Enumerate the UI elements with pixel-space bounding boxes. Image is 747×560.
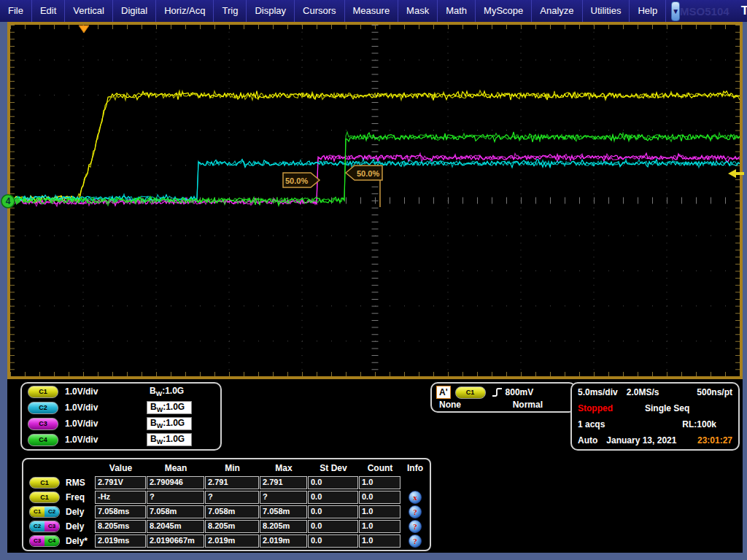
measurement-label-row2: C1Freq bbox=[25, 490, 95, 504]
time-label: 23:01:27 bbox=[697, 435, 732, 446]
channel-row-c2: C21.0V/divBW:1.0G bbox=[22, 400, 220, 416]
trigger-a-badge[interactable]: A' bbox=[436, 386, 451, 399]
menu-item-analyze[interactable]: Analyze bbox=[532, 0, 582, 22]
menu-item-help[interactable]: Help bbox=[630, 0, 666, 22]
channel-pair-pill-c1c2[interactable]: C1C2 bbox=[29, 506, 60, 518]
menu-item-utilities[interactable]: Utilities bbox=[583, 0, 630, 22]
menu-item-horizacq[interactable]: Horiz/Acq bbox=[156, 0, 214, 22]
trigger-level-arrow[interactable] bbox=[728, 169, 744, 178]
timebase-scale: 5.0ms/div bbox=[578, 387, 618, 397]
table-header-mean: Mean bbox=[147, 461, 205, 475]
channel-pill-c3: C3 bbox=[30, 536, 44, 546]
trigger-level-value[interactable]: 800mV bbox=[506, 387, 534, 397]
channel-scale-c2[interactable]: 1.0V/div bbox=[65, 402, 145, 413]
menu-item-math[interactable]: Math bbox=[438, 0, 476, 22]
measurement-name: RMS bbox=[66, 478, 85, 488]
table-header-value: Value bbox=[95, 461, 147, 475]
info-cell-row3: ? bbox=[401, 505, 429, 518]
measurement-cell-row4-mean: 8.2045m bbox=[147, 520, 204, 533]
waveform-display-area[interactable]: 450.0%50.0% bbox=[7, 22, 743, 379]
menu-item-file[interactable]: File bbox=[0, 0, 32, 22]
channel-pill-c1[interactable]: C1 bbox=[28, 386, 58, 398]
channel-pair-pill-c3c4[interactable]: C3C4 bbox=[29, 535, 60, 547]
measurement-label-row1: C1RMS bbox=[25, 475, 95, 489]
menu-item-myscope[interactable]: MyScope bbox=[476, 0, 532, 22]
window-frame-right bbox=[743, 22, 747, 560]
table-header-min: Min bbox=[205, 461, 260, 475]
info-question-icon[interactable]: ? bbox=[409, 534, 422, 548]
menu-overflow-dropdown-button[interactable]: ▼ bbox=[671, 1, 680, 21]
channel-scale-c1[interactable]: 1.0V/div bbox=[65, 386, 145, 397]
measurement-cell-row4-max: 8.205m bbox=[260, 520, 307, 533]
measurement-cell-row1-stdev: 0.0 bbox=[308, 476, 358, 489]
rising-edge-icon bbox=[492, 386, 503, 398]
record-length: RL:100k bbox=[682, 419, 716, 429]
channel-row-c1: C11.0V/divBW:1.0G bbox=[22, 384, 220, 400]
measurement-cell-row1-value: 2.791V bbox=[95, 476, 146, 489]
channel-pill-c3[interactable]: C3 bbox=[28, 418, 58, 430]
channel-readout-box: C11.0V/divBW:1.0GC21.0V/divBW:1.0GC31.0V… bbox=[20, 382, 222, 451]
measurement-cell-row4-stdev: 0.0 bbox=[308, 520, 358, 533]
measurement-cell-row3-min: 7.058m bbox=[205, 505, 259, 518]
menu-item-measure[interactable]: Measure bbox=[345, 0, 399, 22]
trace-c1 bbox=[10, 91, 740, 203]
measurement-cell-row5-min: 2.019m bbox=[205, 534, 259, 548]
measurement-cell-row3-max: 7.058m bbox=[260, 505, 307, 518]
channel-pill-c1[interactable]: C1 bbox=[29, 477, 60, 489]
menu-item-edit[interactable]: Edit bbox=[32, 0, 65, 22]
trigger-position-marker[interactable] bbox=[79, 26, 89, 33]
window-frame-left bbox=[0, 22, 7, 560]
measurement-cell-row3-value: 7.058ms bbox=[95, 505, 146, 518]
info-cell-row4: ? bbox=[401, 519, 429, 533]
table-header-max: Max bbox=[260, 461, 308, 475]
measurement-label-row4: C2C3Dely bbox=[25, 519, 95, 533]
menu-item-digital[interactable]: Digital bbox=[113, 0, 156, 22]
measurement-name: Freq bbox=[66, 492, 85, 502]
channel-pill-c4[interactable]: C4 bbox=[28, 434, 58, 446]
info-question-icon[interactable]: ? bbox=[409, 520, 422, 533]
table-header-stdev: St Dev bbox=[308, 461, 359, 475]
bandwidth-readout-c3[interactable]: BW:1.0G bbox=[147, 417, 192, 430]
bandwidth-readout-c4[interactable]: BW:1.0G bbox=[147, 433, 192, 446]
oscilloscope-graticule[interactable]: 450.0%50.0% bbox=[10, 25, 740, 376]
measurement-cell-row1-mean: 2.790946 bbox=[147, 476, 204, 489]
channel-scale-c3[interactable]: 1.0V/div bbox=[65, 419, 145, 429]
info-error-icon[interactable]: x bbox=[409, 491, 422, 504]
measurement-cell-row5-mean: 2.0190667m bbox=[147, 534, 204, 548]
bandwidth-readout-c1[interactable]: BW:1.0G bbox=[147, 386, 190, 397]
menu-item-vertical[interactable]: Vertical bbox=[65, 0, 113, 22]
channel-pair-pill-c2c3[interactable]: C2C3 bbox=[29, 521, 60, 532]
measurement-cell-row1-count: 1.0 bbox=[359, 476, 400, 489]
channel-scale-c4[interactable]: 1.0V/div bbox=[65, 435, 145, 445]
info-question-icon[interactable]: ? bbox=[409, 505, 422, 518]
reference-level-label: 50.0% bbox=[357, 169, 379, 178]
menu-bar: FileEditVerticalDigitalHoriz/AcqTrigDisp… bbox=[0, 0, 666, 22]
measurement-cell-row2-count: 0.0 bbox=[359, 491, 400, 504]
channel-pill-c4: C4 bbox=[44, 536, 59, 546]
sample-resolution: 500ns/pt bbox=[697, 387, 732, 397]
measurement-cell-row2-stdev: 0.0 bbox=[308, 491, 358, 504]
menu-item-cursors[interactable]: Cursors bbox=[295, 0, 345, 22]
measurement-cell-row5-max: 2.019m bbox=[260, 534, 307, 548]
measurement-cell-row2-min: ? bbox=[205, 491, 259, 504]
info-cell-row5: ? bbox=[401, 534, 429, 548]
menu-item-mask[interactable]: Mask bbox=[398, 0, 438, 22]
measurement-cell-row2-mean: ? bbox=[147, 491, 204, 504]
measurement-name: Dely bbox=[66, 507, 84, 517]
measurement-name: Dely bbox=[66, 521, 84, 532]
channel-pill-c2[interactable]: C2 bbox=[28, 402, 58, 414]
table-header-info: Info bbox=[401, 461, 429, 475]
channel-pill-c2: C2 bbox=[30, 521, 44, 532]
date-label: January 13, 2021 bbox=[606, 435, 676, 446]
channel-pill-c1[interactable]: C1 bbox=[29, 491, 60, 503]
channel-row-c4: C41.0V/divBW:1.0G bbox=[22, 432, 220, 448]
trigger-source-pill[interactable]: C1 bbox=[455, 386, 486, 399]
acquisition-status: Stopped bbox=[578, 403, 613, 413]
measurement-label-row5: C3C4Dely* bbox=[25, 534, 95, 548]
trigger-readout-box: A' C1 800mV None Normal bbox=[430, 382, 576, 413]
menu-item-display[interactable]: Display bbox=[247, 0, 295, 22]
menu-item-trig[interactable]: Trig bbox=[214, 0, 247, 22]
bandwidth-readout-c2[interactable]: BW:1.0G bbox=[147, 401, 192, 414]
table-corner bbox=[25, 461, 95, 475]
trace-c1 bbox=[10, 90, 740, 201]
